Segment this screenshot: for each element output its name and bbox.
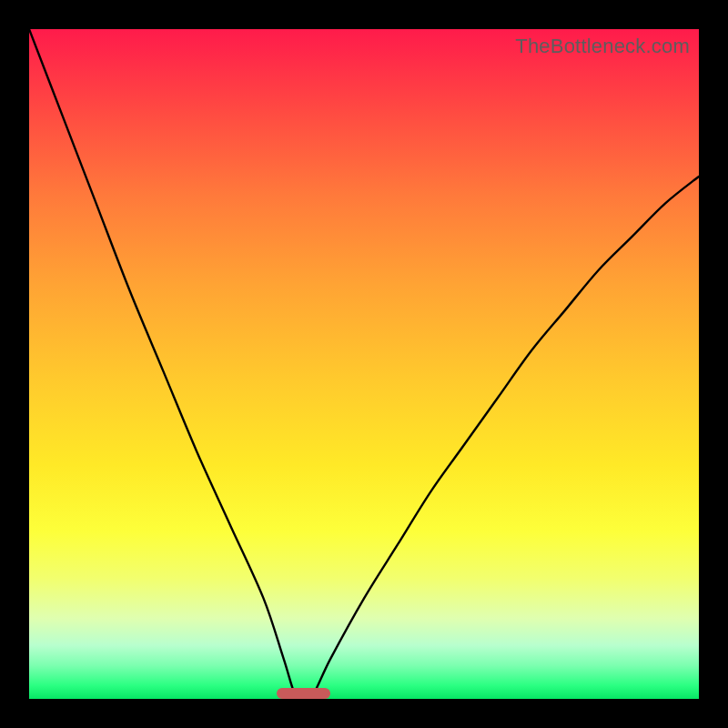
optimal-marker	[277, 688, 330, 699]
bottleneck-curve	[29, 29, 699, 699]
watermark-text: TheBottleneck.com	[515, 35, 690, 58]
plot-area: TheBottleneck.com	[29, 29, 699, 699]
chart-frame: TheBottleneck.com	[0, 0, 728, 728]
